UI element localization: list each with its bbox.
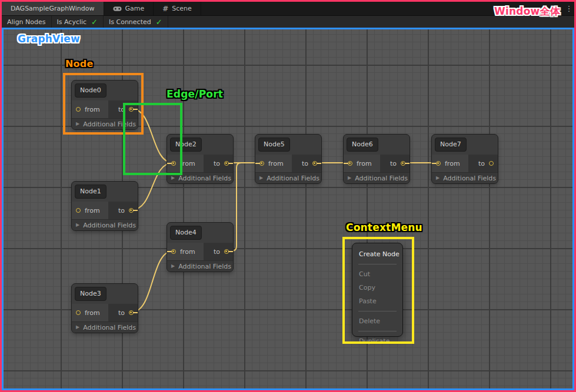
input-port-icon[interactable] <box>76 310 81 315</box>
output-port[interactable]: to <box>204 243 233 260</box>
menu-item-delete: Delete <box>352 314 402 328</box>
input-port-icon[interactable] <box>171 249 176 254</box>
is-connected-button[interactable]: Is Connected ✓ <box>103 16 168 28</box>
node-title[interactable]: Node4 <box>170 226 202 240</box>
menu-item-copy: Copy <box>352 281 402 294</box>
input-port[interactable]: from <box>344 155 380 172</box>
window-menu-icon[interactable]: ⋮ <box>564 2 574 15</box>
additional-fields-foldout[interactable]: ▶ Additional Fields <box>344 172 409 183</box>
graph-node[interactable]: Node2 from to ▶ Additional Fields <box>167 134 234 184</box>
output-port-icon[interactable] <box>129 310 134 315</box>
node-ports-row: from to <box>72 100 138 118</box>
output-port-icon[interactable] <box>489 161 494 166</box>
graph-node[interactable]: Node5 from to ▶ Additional Fields <box>255 134 322 184</box>
output-port-icon[interactable] <box>312 161 317 166</box>
input-port-label: from <box>85 309 100 317</box>
additional-fields-foldout[interactable]: ▶ Additional Fields <box>72 321 138 333</box>
input-port[interactable]: from <box>255 155 292 172</box>
button-label: Is Connected <box>109 18 151 26</box>
input-port-icon[interactable] <box>348 161 352 166</box>
input-port-label: from <box>85 207 100 215</box>
input-port[interactable]: from <box>72 304 108 321</box>
node-ports-row: from to <box>255 155 321 172</box>
output-port[interactable]: to <box>108 304 138 321</box>
node-ports-row: from to <box>72 202 138 219</box>
node-title[interactable]: Node0 <box>75 83 106 98</box>
node-ports-row: from to <box>432 155 498 172</box>
input-port-label: from <box>180 248 195 256</box>
output-port-icon[interactable] <box>401 161 405 166</box>
output-port-icon[interactable] <box>129 107 134 112</box>
additional-fields-foldout[interactable]: ▶ Additional Fields <box>167 260 233 272</box>
tab-scene[interactable]: # Scene <box>154 2 201 15</box>
tab-label: Game <box>125 5 145 12</box>
foldout-arrow-icon: ▶ <box>76 122 79 126</box>
node-title-row: Node7 <box>432 135 498 155</box>
button-label: Align Nodes <box>7 18 46 26</box>
node-title[interactable]: Node5 <box>258 138 290 152</box>
graph-node[interactable]: Node1 from to ▶ Additional Fields <box>71 181 138 231</box>
output-port-label: to <box>214 160 220 167</box>
foldout-label: Additional Fields <box>83 120 136 128</box>
additional-fields-foldout[interactable]: ▶ Additional Fields <box>72 219 138 230</box>
output-port[interactable]: to <box>380 155 409 172</box>
input-port-label: from <box>180 160 195 167</box>
input-port[interactable]: from <box>72 202 108 219</box>
menu-item-create-node[interactable]: Create Node <box>352 247 402 261</box>
input-port[interactable]: from <box>72 100 108 118</box>
foldout-arrow-icon: ▶ <box>76 325 79 330</box>
node-ports-row: from to <box>167 243 233 260</box>
tab-dagsamplegraphwindow[interactable]: DAGSampleGraphWindow <box>2 2 104 15</box>
output-port-icon[interactable] <box>224 249 229 254</box>
node-title-row: Node5 <box>255 135 321 155</box>
output-port-label: to <box>478 160 485 167</box>
graph-node[interactable]: Node7 from to ▶ Additional Fields <box>431 134 498 184</box>
menu-separator <box>358 331 397 331</box>
output-port-icon[interactable] <box>129 208 134 213</box>
output-port-label: to <box>214 248 220 256</box>
output-port[interactable]: to <box>292 155 321 172</box>
unity-editor-window: DAGSampleGraphWindow Game # Scene ⋮ Alig… <box>0 0 576 392</box>
align-nodes-button[interactable]: Align Nodes <box>2 16 52 28</box>
node-title[interactable]: Node2 <box>170 138 202 152</box>
additional-fields-foldout[interactable]: ▶ Additional Fields <box>255 172 321 183</box>
input-port[interactable]: from <box>432 155 468 172</box>
menu-item-paste: Paste <box>352 294 402 308</box>
menu-separator <box>358 264 397 264</box>
node-title-row: Node1 <box>72 182 138 202</box>
input-port[interactable]: from <box>167 155 204 172</box>
tab-label: Scene <box>172 5 192 12</box>
foldout-label: Additional Fields <box>443 175 496 182</box>
node-title[interactable]: Node1 <box>75 185 106 199</box>
output-port[interactable]: to <box>108 202 138 219</box>
output-port[interactable]: to <box>204 155 233 172</box>
input-port-icon[interactable] <box>76 107 81 112</box>
foldout-label: Additional Fields <box>355 175 408 182</box>
node-title[interactable]: Node3 <box>75 287 106 301</box>
output-port[interactable]: to <box>108 100 138 118</box>
output-port-icon[interactable] <box>224 161 229 166</box>
additional-fields-foldout[interactable]: ▶ Additional Fields <box>167 172 233 183</box>
graph-node[interactable]: Node3 from to ▶ Additional Fields <box>71 283 138 333</box>
input-port-icon[interactable] <box>171 161 176 166</box>
input-port-icon[interactable] <box>436 161 441 166</box>
additional-fields-foldout[interactable]: ▶ Additional Fields <box>72 118 138 129</box>
graph-node[interactable]: Node4 from to ▶ Additional Fields <box>167 222 234 272</box>
input-port-icon[interactable] <box>259 161 264 166</box>
additional-fields-foldout[interactable]: ▶ Additional Fields <box>432 172 498 183</box>
is-acyclic-button[interactable]: Is Acyclic ✓ <box>51 16 104 28</box>
input-port-label: from <box>445 160 460 167</box>
input-port[interactable]: from <box>167 243 204 260</box>
output-port[interactable]: to <box>468 155 498 172</box>
input-port-icon[interactable] <box>76 208 81 213</box>
grid-icon: # <box>162 5 168 13</box>
node-title[interactable]: Node6 <box>347 138 378 152</box>
tab-game[interactable]: Game <box>104 2 154 15</box>
node-title-row: Node0 <box>72 81 138 100</box>
foldout-label: Additional Fields <box>83 222 136 229</box>
node-title[interactable]: Node7 <box>435 138 467 152</box>
graph-node[interactable]: Node6 from to ▶ Additional Fields <box>343 134 410 184</box>
graph-node[interactable]: Node0 from to ▶ Additional Fields <box>71 80 138 130</box>
menu-item-cut: Cut <box>352 267 402 281</box>
context-menu: Create NodeCutCopyPasteDeleteDuplicate <box>352 243 403 337</box>
